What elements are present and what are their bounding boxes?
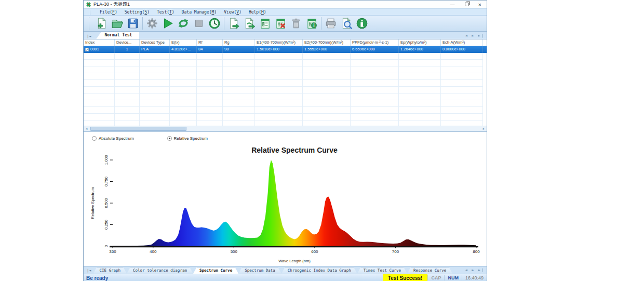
table-row-empty[interactable] xyxy=(84,87,487,93)
settings-button[interactable] xyxy=(144,16,160,31)
table-cell xyxy=(197,80,223,87)
view-tab-first-icon[interactable]: |◄ xyxy=(84,269,93,274)
table-cell xyxy=(115,87,140,93)
delete-data-button[interactable] xyxy=(273,16,288,31)
continuous-test-button[interactable] xyxy=(176,16,191,31)
column-header[interactable]: E(lx) xyxy=(170,39,197,46)
settings-icon xyxy=(146,17,158,30)
about-button[interactable] xyxy=(354,16,370,31)
column-header[interactable]: Device... xyxy=(115,39,140,46)
menu-view[interactable]: View(V) xyxy=(224,10,242,15)
table-row-empty[interactable] xyxy=(84,66,487,73)
tab-chroogenic-index-data-graph[interactable]: Chroogenic Index Data Graph xyxy=(281,267,357,274)
table-cell xyxy=(84,53,115,60)
column-header[interactable]: Rg xyxy=(223,39,255,46)
table-cell xyxy=(170,87,197,93)
save-icon xyxy=(127,17,139,30)
relative-spectrum-chart: Relative Spectrum Curve 350 400 500 600 … xyxy=(87,144,487,266)
table-cell xyxy=(223,60,255,66)
tab-normal-test[interactable]: Normal Test xyxy=(96,32,139,39)
menu-help[interactable]: Help(H) xyxy=(249,10,266,15)
table-cell xyxy=(140,93,170,100)
new-file-button[interactable] xyxy=(94,16,110,31)
table-cell xyxy=(399,100,441,107)
tab-cie-graph[interactable]: CIE Graph xyxy=(93,267,127,274)
table-cell xyxy=(255,66,303,73)
column-header[interactable]: Rf xyxy=(197,39,223,46)
horizontal-scrollbar[interactable]: ◄ ► xyxy=(84,126,487,131)
tab-spectrum-curve[interactable]: Spectrum Curve xyxy=(193,267,238,274)
minimize-button[interactable]: — xyxy=(450,2,455,7)
column-header[interactable]: Index xyxy=(84,39,115,46)
absolute-spectrum-radio[interactable]: Absolute Spectrum xyxy=(92,136,134,141)
column-header[interactable]: E2(400-700nm)(W/m²) xyxy=(303,39,351,46)
table-cell xyxy=(303,60,351,66)
table-cell xyxy=(115,114,140,121)
scrollbar-thumb[interactable] xyxy=(90,127,186,131)
tab-spectrum-data[interactable]: Spectrum Data xyxy=(238,267,281,274)
import-data-button[interactable] xyxy=(242,16,257,31)
data-list-button[interactable] xyxy=(257,16,273,31)
relative-spectrum-radio[interactable]: Relative Spectrum xyxy=(167,136,208,141)
tab-response-curve[interactable]: Response Curve xyxy=(407,267,452,274)
table-row-empty[interactable] xyxy=(84,73,487,80)
table-cell xyxy=(255,114,303,121)
table-cell xyxy=(223,107,255,114)
column-header[interactable]: PPFD(μmol/·m-²·s-1) xyxy=(351,39,399,46)
table-row-empty[interactable] xyxy=(84,114,487,121)
column-header[interactable]: Ech-A(W/m²) xyxy=(441,39,483,46)
column-header[interactable]: Devices Type xyxy=(140,39,170,46)
table-cell xyxy=(84,100,115,107)
table-body: ✓00011PLA4.8120e+...84981.5018e+0001.555… xyxy=(84,46,487,127)
print-preview-button[interactable] xyxy=(339,16,354,31)
restore-icon[interactable] xyxy=(465,3,468,6)
print-button[interactable] xyxy=(323,16,339,31)
table-row-empty[interactable] xyxy=(84,100,487,107)
svg-text:0: 0 xyxy=(104,245,109,247)
timed-test-button[interactable] xyxy=(207,16,222,31)
svg-text:400: 400 xyxy=(150,249,157,254)
column-header[interactable]: E1(400-700nm)(W/m²) xyxy=(255,39,303,46)
table-cell xyxy=(84,80,115,87)
scroll-left-icon[interactable]: ◄ xyxy=(84,126,89,131)
row-checkbox[interactable]: ✓ xyxy=(85,48,89,51)
spectrum-mode-radios: Absolute Spectrum Relative Spectrum xyxy=(87,132,487,144)
scroll-right-icon[interactable]: ► xyxy=(481,126,487,131)
menu-data-manage[interactable]: Data Manage(M) xyxy=(182,10,217,15)
table-row-empty[interactable] xyxy=(84,93,487,100)
document-tab-strip: |◄ Normal Test ◄ ► ►| xyxy=(84,32,487,39)
table-row-empty[interactable] xyxy=(84,60,487,66)
table-cell xyxy=(223,87,255,93)
table-cell: 4.8120e+... xyxy=(170,46,197,53)
menu-setting[interactable]: Setting(S) xyxy=(125,10,150,15)
table-cell xyxy=(441,93,483,100)
delete-all-button[interactable] xyxy=(288,16,304,31)
menu-test[interactable]: Test(T) xyxy=(157,10,175,15)
stop-test-button[interactable] xyxy=(191,16,207,31)
tab-color-tolerance-diagram[interactable]: Color tolerance diagram xyxy=(127,267,193,274)
table-cell xyxy=(441,73,483,80)
view-tab-nav[interactable]: ◄ ► ►| xyxy=(465,268,485,272)
table-cell xyxy=(115,80,140,87)
tab-times-test-curve[interactable]: Times Test Curve xyxy=(357,267,407,274)
table-row-empty[interactable] xyxy=(84,53,487,60)
open-file-button[interactable] xyxy=(110,16,125,31)
toolbar-separator xyxy=(321,17,321,30)
menu-file[interactable]: File(F) xyxy=(100,10,117,15)
data-info-button[interactable]: i xyxy=(304,16,319,31)
column-header[interactable]: Ep(Wphyto/m²) xyxy=(399,39,441,46)
start-test-button[interactable] xyxy=(160,16,176,31)
table-cell xyxy=(399,66,441,73)
table-cell xyxy=(84,73,115,80)
table-row-selected[interactable]: ✓00011PLA4.8120e+...84981.5018e+0001.555… xyxy=(84,46,487,53)
close-button[interactable]: × xyxy=(478,2,481,7)
table-cell xyxy=(255,73,303,80)
table-cell xyxy=(399,93,441,100)
doc-tab-nav[interactable]: ◄ ► ►| xyxy=(465,34,485,38)
table-row-empty[interactable] xyxy=(84,80,487,87)
export-data-button[interactable] xyxy=(226,16,242,31)
radio-selected-icon xyxy=(167,136,172,141)
doc-tab-first-icon[interactable]: |◄ xyxy=(84,34,93,39)
table-row-empty[interactable] xyxy=(84,107,487,114)
save-button[interactable] xyxy=(125,16,141,31)
